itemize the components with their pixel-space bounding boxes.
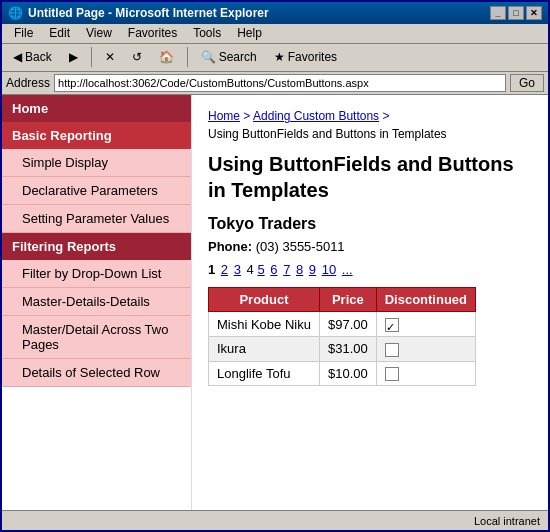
discontinued-checkbox — [385, 343, 399, 357]
search-button[interactable]: 🔍 Search — [194, 47, 264, 67]
close-button[interactable]: ✕ — [526, 6, 542, 20]
stop-button[interactable]: ✕ — [98, 47, 122, 67]
sidebar-item-master-details[interactable]: Master-Details-Details — [2, 288, 191, 316]
table-row: Mishi Kobe Niku$97.00 — [209, 312, 476, 337]
search-label: Search — [219, 50, 257, 64]
favorites-label: Favorites — [288, 50, 337, 64]
menu-help[interactable]: Help — [229, 24, 270, 42]
page-3-link[interactable]: 3 — [234, 262, 241, 277]
page-more-link[interactable]: ... — [342, 262, 353, 277]
title-bar: 🌐 Untitled Page - Microsoft Internet Exp… — [2, 2, 548, 24]
breadcrumb-parent-link[interactable]: Adding Custom Buttons — [253, 109, 379, 123]
cell-product: Mishi Kobe Niku — [209, 312, 320, 337]
page-6-link[interactable]: 6 — [270, 262, 277, 277]
window-title: Untitled Page - Microsoft Internet Explo… — [28, 6, 269, 20]
cell-product: Longlife Tofu — [209, 361, 320, 386]
current-page: 1 — [208, 262, 215, 277]
page-title: Using ButtonFields and Buttons in Templa… — [208, 151, 532, 203]
main-content: Home > Adding Custom Buttons > Using But… — [192, 95, 548, 510]
back-icon: ◀ — [13, 50, 22, 64]
breadcrumb: Home > Adding Custom Buttons > Using But… — [208, 107, 532, 143]
sidebar-item-setting-parameter-values[interactable]: Setting Parameter Values — [2, 205, 191, 233]
breadcrumb-current: Using ButtonFields and Buttons in Templa… — [208, 127, 447, 141]
menu-file[interactable]: File — [6, 24, 41, 42]
menu-edit[interactable]: Edit — [41, 24, 78, 42]
title-bar-controls[interactable]: _ □ ✕ — [490, 6, 542, 20]
company-name: Tokyo Traders — [208, 215, 532, 233]
forward-button[interactable]: ▶ — [62, 47, 85, 67]
home-icon: 🏠 — [159, 50, 174, 64]
favorites-button[interactable]: ★ Favorites — [267, 47, 344, 67]
phone-line: Phone: (03) 3555-5011 — [208, 239, 532, 254]
search-icon: 🔍 — [201, 50, 216, 64]
page-wrapper: Home Basic Reporting Simple Display Decl… — [2, 95, 548, 510]
cell-discontinued — [376, 312, 475, 337]
menu-view[interactable]: View — [78, 24, 120, 42]
menu-tools[interactable]: Tools — [185, 24, 229, 42]
address-input[interactable] — [54, 74, 506, 92]
forward-icon: ▶ — [69, 50, 78, 64]
phone-value: (03) 3555-5011 — [256, 239, 345, 254]
home-button[interactable]: 🏠 — [152, 47, 181, 67]
page-7-link[interactable]: 7 — [283, 262, 290, 277]
status-bar: Local intranet — [2, 510, 548, 530]
cell-product: Ikura — [209, 336, 320, 361]
sidebar-section-basic-reporting[interactable]: Basic Reporting — [2, 122, 191, 149]
page-9-link[interactable]: 9 — [309, 262, 316, 277]
pagination: 1 2 3 4 5 6 7 8 9 10 ... — [208, 262, 532, 277]
page-8-link[interactable]: 8 — [296, 262, 303, 277]
page-2-link[interactable]: 2 — [221, 262, 228, 277]
discontinued-checkbox — [385, 367, 399, 381]
title-bar-left: 🌐 Untitled Page - Microsoft Internet Exp… — [8, 6, 269, 20]
sidebar-section-filtering-reports[interactable]: Filtering Reports — [2, 233, 191, 260]
sidebar-item-home[interactable]: Home — [2, 95, 191, 122]
cell-price: $97.00 — [319, 312, 376, 337]
stop-icon: ✕ — [105, 50, 115, 64]
refresh-icon: ↺ — [132, 50, 142, 64]
cell-price: $31.00 — [319, 336, 376, 361]
page-10-link[interactable]: 10 — [322, 262, 336, 277]
sidebar-item-master-detail-across[interactable]: Master/Detail Across Two Pages — [2, 316, 191, 359]
sidebar-item-details-selected-row[interactable]: Details of Selected Row — [2, 359, 191, 387]
toolbar-separator — [91, 47, 92, 67]
page-5-link[interactable]: 5 — [257, 262, 264, 277]
favorites-icon: ★ — [274, 50, 285, 64]
cell-discontinued — [376, 361, 475, 386]
table-row: Longlife Tofu$10.00 — [209, 361, 476, 386]
col-header-discontinued: Discontinued — [376, 288, 475, 312]
back-label: Back — [25, 50, 52, 64]
toolbar: ◀ Back ▶ ✕ ↺ 🏠 🔍 Search ★ Favorites — [2, 44, 548, 72]
cell-price: $10.00 — [319, 361, 376, 386]
toolbar-separator2 — [187, 47, 188, 67]
maximize-button[interactable]: □ — [508, 6, 524, 20]
go-button[interactable]: Go — [510, 74, 544, 92]
menu-favorites[interactable]: Favorites — [120, 24, 185, 42]
address-bar: Address Go — [2, 72, 548, 96]
data-table: Product Price Discontinued Mishi Kobe Ni… — [208, 287, 476, 386]
breadcrumb-home-link[interactable]: Home — [208, 109, 240, 123]
back-button[interactable]: ◀ Back — [6, 47, 59, 67]
discontinued-checkbox — [385, 318, 399, 332]
col-header-product: Product — [209, 288, 320, 312]
sidebar-item-filter-dropdown[interactable]: Filter by Drop-Down List — [2, 260, 191, 288]
address-label: Address — [6, 76, 50, 90]
sidebar-item-simple-display[interactable]: Simple Display — [2, 149, 191, 177]
menu-bar: File Edit View Favorites Tools Help — [2, 24, 548, 44]
sidebar-item-declarative-parameters[interactable]: Declarative Parameters — [2, 177, 191, 205]
refresh-button[interactable]: ↺ — [125, 47, 149, 67]
col-header-price: Price — [319, 288, 376, 312]
status-text: Local intranet — [474, 515, 540, 527]
minimize-button[interactable]: _ — [490, 6, 506, 20]
phone-label: Phone: — [208, 239, 252, 254]
browser-icon: 🌐 — [8, 6, 23, 20]
table-row: Ikura$31.00 — [209, 336, 476, 361]
cell-discontinued — [376, 336, 475, 361]
sidebar: Home Basic Reporting Simple Display Decl… — [2, 95, 192, 510]
